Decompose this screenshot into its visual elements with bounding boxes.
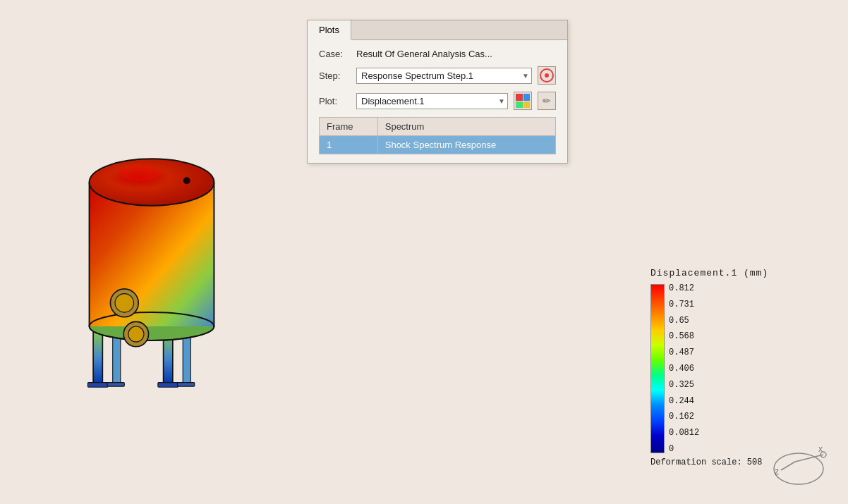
case-row: Case: Result Of General Analysis Cas... <box>319 49 556 59</box>
svg-rect-0 <box>93 330 102 384</box>
panel-body: Case: Result Of General Analysis Cas... … <box>308 40 567 163</box>
tab-bar: Plots <box>308 20 567 40</box>
step-nav-button[interactable] <box>538 66 556 85</box>
nav-icon <box>540 68 554 82</box>
svg-point-20 <box>774 453 823 484</box>
legend-value: 0.487 <box>669 348 699 357</box>
svg-rect-6 <box>107 382 124 386</box>
svg-rect-5 <box>158 382 178 387</box>
tab-plots[interactable]: Plots <box>308 20 351 40</box>
plot-row: Plot: Displacement.1 ▼ ✏ <box>319 92 556 110</box>
svg-point-14 <box>115 293 134 312</box>
svg-line-24 <box>781 462 795 470</box>
col-frame: Frame <box>320 118 378 136</box>
plot-select-wrapper: Displacement.1 ▼ <box>356 93 508 109</box>
step-select-wrapper: Response Spectrum Step.1 ▼ <box>356 68 532 84</box>
plot-icon-q3 <box>516 102 523 109</box>
pencil-icon: ✏ <box>543 95 551 106</box>
edit-button[interactable]: ✏ <box>538 92 556 110</box>
legend-value: 0.568 <box>669 332 699 340</box>
plot-label: Plot: <box>319 96 351 106</box>
plot-icon-q2 <box>523 94 531 101</box>
svg-point-16 <box>128 326 144 342</box>
axis-indicator: X Z <box>742 434 827 490</box>
step-row: Step: Response Spectrum Step.1 ▼ <box>319 66 556 85</box>
legend-color-bar <box>650 284 665 453</box>
legend-value: 0.325 <box>669 381 699 389</box>
plot-select[interactable]: Displacement.1 <box>356 93 508 109</box>
cell-frame: 1 <box>320 136 378 154</box>
step-select[interactable]: Response Spectrum Step.1 <box>356 68 532 84</box>
cell-spectrum: Shock Spectrum Response <box>377 136 555 154</box>
legend-title: Displacement.1 (mm) <box>650 268 834 278</box>
col-spectrum: Spectrum <box>377 118 555 136</box>
case-label: Case: <box>319 49 351 59</box>
legend-value: 0 <box>669 445 699 453</box>
legend-value: 0.812 <box>669 284 699 293</box>
legend-value: 0.65 <box>669 316 699 325</box>
svg-rect-2 <box>113 334 121 385</box>
legend-value: 0.406 <box>669 364 699 373</box>
legend-bar-container: 0.8120.7310.650.5680.4870.4060.3250.2440… <box>650 284 834 453</box>
svg-rect-7 <box>177 382 194 386</box>
nav-icon-inner <box>545 73 549 78</box>
plot-icon-q1 <box>516 94 523 101</box>
case-value: Result Of General Analysis Cas... <box>356 49 556 59</box>
legend-value: 0.244 <box>669 397 699 405</box>
model-viewport <box>0 0 303 504</box>
plots-panel: Plots Case: Result Of General Analysis C… <box>307 20 568 164</box>
plot-icon-q4 <box>523 102 531 109</box>
svg-point-19 <box>183 177 190 183</box>
table-row[interactable]: 1Shock Spectrum Response <box>320 136 556 154</box>
step-label: Step: <box>319 70 351 81</box>
legend-value: 0.0812 <box>669 429 699 437</box>
svg-text:X: X <box>818 446 823 454</box>
svg-rect-4 <box>87 382 108 387</box>
legend-value: 0.162 <box>669 412 699 421</box>
spectrum-table: Frame Spectrum 1Shock Spectrum Response <box>319 117 556 154</box>
svg-point-17 <box>90 159 214 205</box>
plot-icon-button[interactable] <box>514 92 532 110</box>
svg-rect-3 <box>183 336 190 385</box>
legend-labels: 0.8120.7310.650.5680.4870.4060.3250.2440… <box>669 284 699 453</box>
legend-value: 0.731 <box>669 300 699 309</box>
svg-point-18 <box>121 165 159 180</box>
plot-grid-icon <box>516 94 530 108</box>
svg-text:Z: Z <box>775 469 779 477</box>
